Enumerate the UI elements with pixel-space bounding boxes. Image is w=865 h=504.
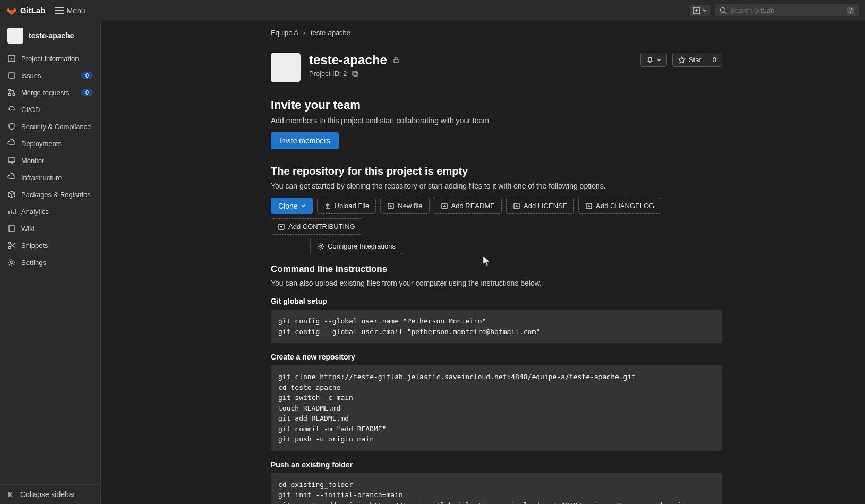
search-input[interactable] — [730, 6, 847, 14]
cli-heading: Command line instructions — [271, 264, 722, 275]
sidebar-project-name: teste-apache — [29, 31, 74, 40]
issues-badge: 0 — [81, 72, 93, 79]
add-license-button[interactable]: Add LICENSE — [506, 198, 574, 214]
svg-rect-8 — [9, 225, 14, 232]
add-readme-button[interactable]: Add README — [434, 198, 502, 214]
sidebar-item-issues[interactable]: Issues 0 — [0, 67, 100, 84]
sidebar-item-snippets[interactable]: Snippets — [0, 237, 100, 254]
menu-button[interactable]: Menu — [55, 6, 85, 15]
plus-square-icon — [585, 202, 593, 210]
sidebar-item-infrastructure[interactable]: Infrastructure — [0, 169, 100, 186]
star-label: Star — [689, 56, 701, 64]
merge-icon — [7, 88, 16, 97]
star-button[interactable]: Star — [672, 53, 707, 67]
sidebar-item-wiki[interactable]: Wiki — [0, 220, 100, 237]
deploy-icon — [7, 139, 16, 148]
empty-repo-subtext: You can get started by cloning the repos… — [271, 182, 722, 190]
svg-rect-14 — [353, 71, 357, 75]
nav-label: Analytics — [21, 208, 49, 216]
project-avatar-large — [271, 53, 301, 82]
shield-icon — [7, 122, 16, 131]
collapse-icon — [7, 491, 15, 498]
configure-integrations-button[interactable]: Configure Integrations — [310, 238, 402, 254]
sidebar-item-deployments[interactable]: Deployments — [0, 135, 100, 152]
upload-file-button[interactable]: Upload File — [317, 198, 376, 214]
nav-label: Snippets — [21, 242, 48, 250]
breadcrumb-project[interactable]: teste-apache — [311, 29, 350, 37]
project-avatar — [7, 28, 23, 44]
project-id: Project ID: 2 — [309, 70, 347, 78]
git-global-code[interactable]: git config --global user.name "Petherson… — [271, 310, 722, 343]
svg-point-20 — [320, 245, 322, 247]
sidebar-item-monitor[interactable]: Monitor — [0, 152, 100, 169]
new-file-button[interactable]: New file — [380, 198, 429, 214]
search-icon — [720, 7, 727, 14]
mr-badge: 0 — [81, 89, 93, 96]
scissors-icon — [7, 241, 16, 250]
sidebar-project-header[interactable]: teste-apache — [0, 21, 100, 50]
invite-subtext: Add members to this project and start co… — [271, 116, 722, 125]
new-dropdown[interactable] — [690, 5, 710, 16]
project-header: teste-apache Project ID: 2 — [271, 53, 722, 82]
svg-point-1 — [721, 7, 725, 12]
project-title: teste-apache — [309, 53, 387, 67]
rocket-icon — [7, 105, 16, 114]
collapse-sidebar[interactable]: Collapse sidebar — [0, 484, 100, 504]
invite-members-button[interactable]: Invite members — [271, 132, 339, 149]
chevron-down-icon — [657, 58, 661, 62]
nav-label: Deployments — [21, 140, 62, 148]
sidebar-item-cicd[interactable]: CI/CD — [0, 101, 100, 118]
plus-square-icon — [441, 202, 448, 210]
package-icon — [7, 190, 16, 199]
clone-button[interactable]: Clone — [271, 198, 313, 214]
svg-point-5 — [8, 93, 11, 96]
tanuki-icon — [6, 5, 17, 16]
new-repo-code[interactable]: git clone https://teste-gitlab.jelastic.… — [271, 365, 722, 451]
nav-label: Packages & Registries — [21, 191, 91, 199]
add-changelog-button[interactable]: Add CHANGELOG — [578, 198, 661, 214]
sidebar: teste-apache Project information Issues … — [0, 21, 101, 504]
brand-text: GitLab — [20, 6, 46, 15]
nav-label: Merge requests — [21, 89, 69, 97]
chevron-down-icon — [301, 204, 305, 208]
search-box[interactable]: / — [715, 4, 859, 16]
sidebar-item-settings[interactable]: Settings — [0, 254, 100, 271]
svg-rect-7 — [8, 158, 15, 162]
sidebar-item-analytics[interactable]: Analytics — [0, 203, 100, 220]
sidebar-item-packages[interactable]: Packages & Registries — [0, 186, 100, 203]
bell-icon — [646, 56, 654, 64]
sidebar-item-project-information[interactable]: Project information — [0, 50, 100, 67]
breadcrumb-group[interactable]: Equipe A — [271, 29, 298, 37]
copy-id-icon[interactable] — [352, 70, 359, 78]
topbar: GitLab Menu / — [0, 0, 865, 21]
notifications-dropdown[interactable] — [640, 53, 667, 67]
gitlab-logo[interactable]: GitLab — [6, 5, 46, 16]
svg-point-4 — [8, 89, 11, 91]
svg-rect-3 — [8, 73, 15, 78]
invite-heading: Invite your team — [271, 98, 722, 112]
empty-repo-heading: The repository for this project is empty — [271, 165, 722, 177]
nav-label: Monitor — [21, 157, 44, 165]
sidebar-item-merge-requests[interactable]: Merge requests 0 — [0, 84, 100, 101]
nav-label: Issues — [21, 72, 41, 80]
nav-label: Infrastructure — [21, 174, 62, 182]
breadcrumb-separator: › — [303, 29, 305, 37]
new-repo-heading: Create a new repository — [271, 353, 722, 361]
star-count[interactable]: 0 — [707, 53, 722, 67]
add-contributing-button[interactable]: Add CONTRIBUTING — [271, 218, 362, 235]
star-icon — [678, 56, 686, 64]
push-existing-code[interactable]: cd existing_folder git init --initial-br… — [271, 473, 722, 505]
svg-point-10 — [8, 246, 11, 249]
cli-subtext: You can also upload existing files from … — [271, 279, 722, 287]
nav-label: Security & Compliance — [21, 123, 91, 131]
sidebar-item-security[interactable]: Security & Compliance — [0, 118, 100, 135]
monitor-icon — [7, 156, 16, 165]
clone-label: Clone — [278, 202, 298, 210]
breadcrumb: Equipe A › teste-apache — [271, 29, 722, 37]
svg-point-9 — [8, 242, 11, 244]
nav-label: Project information — [21, 55, 79, 63]
main-content: Equipe A › teste-apache teste-apache Pro… — [101, 21, 865, 504]
push-existing-heading: Push an existing folder — [271, 460, 722, 469]
nav-label: CI/CD — [21, 106, 40, 114]
collapse-label: Collapse sidebar — [20, 490, 75, 499]
